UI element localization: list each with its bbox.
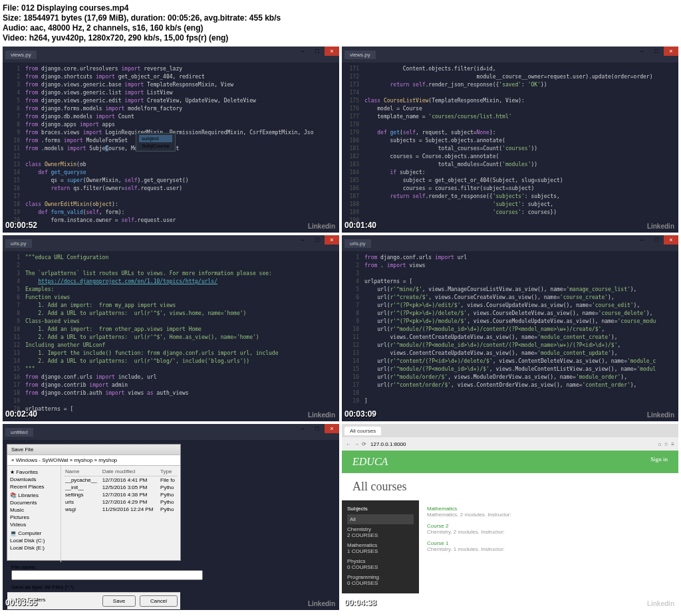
subject-item[interactable]: Chemistry 2 COURSES xyxy=(347,524,414,540)
editor-tab[interactable]: urls.py xyxy=(5,239,32,248)
course-item[interactable]: MathematicsMathematics. 2 modules. Instr… xyxy=(427,506,511,518)
page-title: All courses xyxy=(342,473,678,500)
dialog-title: Save File xyxy=(7,445,180,455)
timestamp: 00:03:09 xyxy=(344,409,376,419)
close-icon[interactable]: × xyxy=(325,424,339,433)
browser-window: All courses ←→⟳⌂☆≡ EDUCASign in All cour… xyxy=(342,424,678,610)
file-row[interactable]: __pycache__12/7/2016 4:41 PMFile fo xyxy=(64,476,178,484)
timestamp: 00:00:52 xyxy=(5,221,37,230)
thumbnail-grid: –□× views.py 1from django.core.urlresolv… xyxy=(3,47,678,610)
tree-item[interactable]: Local Disk (E:) xyxy=(10,544,58,552)
subject-item[interactable]: Physics 0 COURSES xyxy=(347,556,414,572)
watermark: Linkedin xyxy=(647,600,674,607)
address-bar[interactable] xyxy=(369,441,655,448)
home-icon[interactable]: ⌂ xyxy=(658,441,661,447)
tree-item[interactable]: Downloads xyxy=(10,476,58,483)
subject-item[interactable]: Programming 0 COURSES xyxy=(347,572,414,588)
tree-item[interactable]: Pictures xyxy=(10,514,58,521)
subjects-header: Subjects xyxy=(347,506,414,512)
file-list[interactable]: NameDate modifiedType__pycache__12/7/201… xyxy=(61,466,180,562)
tree-item[interactable]: Documents xyxy=(10,499,58,506)
frame-5: –□× untitled Save File « Windows - SyWOI… xyxy=(3,424,339,610)
editor-tab[interactable]: urls.py xyxy=(344,239,371,248)
close-icon[interactable]: × xyxy=(325,235,339,245)
frame-1: –□× views.py 1from django.core.urlresolv… xyxy=(3,47,339,233)
column-header[interactable]: Date modified xyxy=(101,467,159,476)
timestamp: 00:01:40 xyxy=(344,221,376,230)
subjects-sidebar: Subjects AllChemistry 2 COURSESMathemati… xyxy=(342,500,419,593)
tree-item[interactable]: ★ Favorites xyxy=(10,468,58,476)
fwd-icon[interactable]: → xyxy=(354,441,359,447)
close-icon[interactable]: × xyxy=(664,235,678,245)
path-bar[interactable]: « Windows - SyWOIWat » myshop » myshop xyxy=(7,455,180,466)
frame-3: –□× urls.py 1"""educa URL Configuration … xyxy=(3,235,339,421)
tree-item[interactable]: Videos xyxy=(10,521,58,528)
editor-tab[interactable]: views.py xyxy=(344,51,376,59)
course-item[interactable]: Course 2Chemistry. 2 modules. Instructor… xyxy=(427,523,511,535)
save-dialog: Save File « Windows - SyWOIWat » myshop … xyxy=(7,444,181,561)
save-button[interactable]: Save xyxy=(102,595,136,607)
audio-info: Audio: aac, 48000 Hz, 2 channels, s16, 1… xyxy=(3,23,678,33)
course-item[interactable]: Course 1Chemistry. 1 modules. Instructor… xyxy=(427,540,511,552)
cancel-button[interactable]: Cancel xyxy=(140,595,178,607)
subject-item[interactable]: Mathematics 1 COURSES xyxy=(347,540,414,556)
editor-tab[interactable]: untitled xyxy=(5,428,33,437)
menu-icon[interactable]: ≡ xyxy=(671,441,674,447)
column-header[interactable]: Type xyxy=(159,467,178,476)
autocomplete-popup[interactable]: subject SubjCourse xyxy=(136,133,176,152)
timestamp: 00:03:55 xyxy=(5,598,37,607)
ac-item[interactable]: SubjCourse xyxy=(139,142,172,150)
tree-item[interactable]: Music xyxy=(10,506,58,514)
frame-4: –□× urls.py 1from django.conf.urls impor… xyxy=(342,235,678,421)
bookmark-icon[interactable]: ☆ xyxy=(664,441,668,447)
folder-tree[interactable]: ★ Favorites Downloads Recent Places📚 Lib… xyxy=(7,466,61,562)
saveas-label[interactable]: Save as type: All Files (*.*) xyxy=(7,582,180,592)
filename-input[interactable] xyxy=(11,570,203,580)
file-row[interactable]: wsgi11/29/2016 12:24 PMPytho xyxy=(64,506,178,513)
column-header[interactable]: Name xyxy=(64,467,101,476)
frame-6: All courses ←→⟳⌂☆≡ EDUCASign in All cour… xyxy=(342,424,678,610)
back-icon[interactable]: ← xyxy=(346,441,351,447)
editor-tab[interactable]: views.py xyxy=(5,51,37,59)
tree-item[interactable]: Recent Places xyxy=(10,483,58,490)
ac-item[interactable]: subject xyxy=(139,135,172,142)
file-row[interactable]: settings12/7/2016 4:38 PMPytho xyxy=(64,491,178,498)
code-editor[interactable]: 1from django.conf.urls import url 2from … xyxy=(342,251,678,408)
reload-icon[interactable]: ⟳ xyxy=(362,441,366,447)
brand-logo[interactable]: EDUCA xyxy=(352,456,388,468)
close-icon[interactable]: × xyxy=(664,47,678,56)
signin-link[interactable]: Sign in xyxy=(650,456,668,468)
browser-tab[interactable]: All courses xyxy=(344,427,381,435)
timestamp: 00:02:40 xyxy=(5,409,37,419)
code-editor[interactable]: 171 Content.objects.filter(id=id, 172 mo… xyxy=(342,62,678,227)
tree-item[interactable]: 📚 Libraries xyxy=(10,492,58,499)
watermark: Linkedin xyxy=(647,411,674,419)
filename-label: File name: xyxy=(11,564,36,570)
subject-item[interactable]: All xyxy=(347,514,414,524)
watermark: Linkedin xyxy=(308,600,335,607)
code-editor[interactable]: 1"""educa URL Configuration 2 3The `urlp… xyxy=(3,251,339,416)
frame-2: –□× views.py 171 Content.objects.filter(… xyxy=(342,47,678,233)
tree-item[interactable]: Local Disk (C:) xyxy=(10,537,58,544)
watermark: Linkedin xyxy=(308,411,335,419)
file-row[interactable]: __init__12/5/2016 3:05 PMPytho xyxy=(64,484,178,491)
file-info: File: 012 Displaying courses.mp4 xyxy=(3,3,678,13)
timestamp: 00:04:38 xyxy=(344,598,376,607)
file-row[interactable]: urls12/7/2016 4:29 PMPytho xyxy=(64,498,178,506)
course-list: MathematicsMathematics. 2 modules. Instr… xyxy=(419,500,519,593)
close-icon[interactable]: × xyxy=(325,47,339,56)
watermark: Linkedin xyxy=(647,223,674,230)
size-info: Size: 18544971 bytes (17,69 MiB), durati… xyxy=(3,13,678,23)
tree-item[interactable]: 💻 Computer xyxy=(10,530,58,537)
video-info: Video: h264, yuv420p, 1280x720, 290 kb/s… xyxy=(3,33,678,43)
watermark: Linkedin xyxy=(308,223,335,230)
